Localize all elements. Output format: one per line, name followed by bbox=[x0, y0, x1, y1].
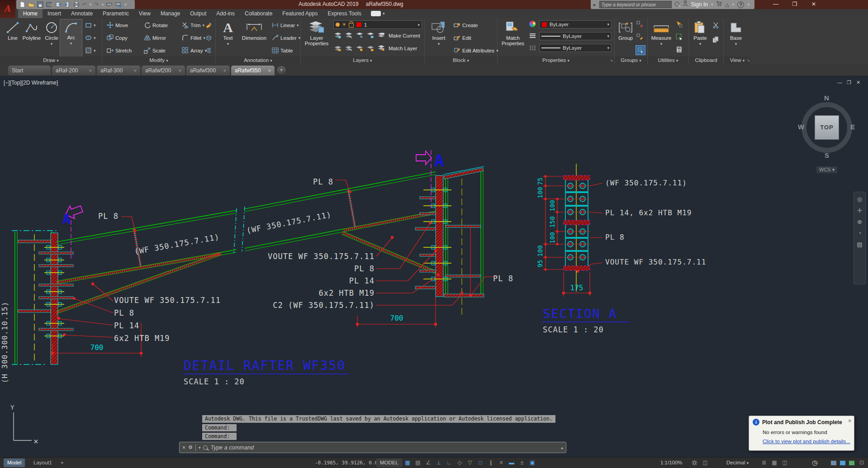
panel-label-draw[interactable]: Draw ▾ bbox=[0, 57, 102, 64]
sign-in-dropdown-icon[interactable]: ▾ bbox=[711, 0, 713, 9]
match-layer-button[interactable]: Match Layer bbox=[389, 46, 417, 51]
isodraft-icon[interactable]: ▽ bbox=[465, 459, 475, 467]
sign-in-button[interactable]: Sign In bbox=[691, 1, 708, 8]
tab-parametric[interactable]: Parametric bbox=[98, 9, 134, 18]
make-current-button[interactable]: Make Current bbox=[389, 33, 420, 38]
paste-dropdown-icon[interactable]: ▾ bbox=[699, 42, 702, 46]
qat-dropdown-icon[interactable]: ▾ bbox=[124, 1, 127, 8]
command-customize-icon[interactable]: ⚙ bbox=[188, 444, 193, 450]
layer-isolate-icon[interactable] bbox=[345, 33, 352, 38]
vp-close-icon[interactable]: ✕ bbox=[856, 80, 860, 85]
linear-dropdown-icon[interactable]: ▾ bbox=[297, 23, 299, 28]
viewcube-east[interactable]: E bbox=[850, 123, 855, 131]
panel-label-groups[interactable]: Groups ▾ bbox=[615, 57, 647, 64]
viewcube-top-face[interactable]: TOP bbox=[815, 115, 839, 140]
transparency-icon[interactable]: ▬ bbox=[507, 459, 517, 467]
panel-label-utilities[interactable]: Utilities ▾ bbox=[648, 57, 688, 64]
clean-screen-icon[interactable]: ⊡ bbox=[857, 459, 867, 467]
linear-button[interactable]: Linear▾ bbox=[272, 22, 299, 28]
layer-freeze-icon[interactable] bbox=[356, 33, 363, 38]
redo-dropdown-icon[interactable]: ▾ bbox=[102, 1, 104, 8]
leader-button[interactable]: Leader▾ bbox=[272, 34, 300, 41]
close-tab-icon[interactable]: × bbox=[134, 66, 137, 76]
restore-button[interactable]: ❐ bbox=[788, 0, 802, 9]
array-button[interactable]: Array▾ bbox=[182, 47, 207, 54]
save-icon[interactable] bbox=[37, 1, 43, 8]
color-dropdown-icon[interactable]: ▾ bbox=[607, 22, 609, 27]
export-icon[interactable] bbox=[55, 1, 62, 8]
new-layout-button[interactable]: + bbox=[57, 459, 67, 467]
calculator-button[interactable] bbox=[676, 46, 683, 53]
plot-icon[interactable] bbox=[106, 1, 113, 8]
camera-icon[interactable] bbox=[371, 11, 381, 16]
zoom-icon[interactable]: ⊕ bbox=[857, 218, 862, 225]
file-tab-arafwf200[interactable]: aRafwf200× bbox=[142, 66, 185, 76]
scale-button[interactable]: Scale bbox=[144, 47, 166, 54]
polar-tracking-icon[interactable]: ◇ bbox=[455, 459, 465, 467]
offset-button[interactable] bbox=[205, 47, 212, 54]
layer-unlock2-icon[interactable] bbox=[367, 45, 374, 51]
app-store-icon[interactable] bbox=[716, 0, 722, 9]
steering-wheel-icon[interactable]: ◎ bbox=[857, 196, 862, 203]
linetype-select[interactable]: ByLayer ▾ bbox=[539, 44, 612, 52]
lineweight-select[interactable]: ByLayer ▾ bbox=[539, 32, 612, 40]
dimension-button[interactable]: Dimension bbox=[239, 20, 269, 41]
minimize-button[interactable]: — bbox=[769, 0, 783, 9]
app-logo-icon[interactable]: A bbox=[0, 0, 15, 18]
layer-select[interactable]: ☀ 1 ▾ bbox=[333, 20, 422, 29]
arc-button[interactable]: Arc▾ bbox=[60, 19, 82, 57]
tab-insert[interactable]: Insert bbox=[43, 9, 66, 18]
trusted-autodesk-icon[interactable] bbox=[847, 459, 857, 467]
close-button[interactable]: ✕ bbox=[807, 0, 821, 9]
search-input[interactable] bbox=[599, 1, 672, 8]
trim-dropdown-icon[interactable]: ▾ bbox=[203, 23, 205, 28]
measure-dropdown-icon[interactable]: ▾ bbox=[660, 42, 663, 46]
open-file-icon[interactable] bbox=[28, 1, 34, 8]
batch-plot-icon[interactable] bbox=[115, 1, 122, 8]
tab-manage[interactable]: Manage bbox=[156, 9, 185, 18]
navigation-bar[interactable]: ◎ ✛ ⊕ ◔ ▤ bbox=[854, 192, 866, 284]
model-toggle-button[interactable]: MODEL bbox=[376, 459, 402, 467]
tab-addins[interactable]: Add-ins bbox=[211, 9, 240, 18]
new-tab-button[interactable]: + bbox=[277, 66, 286, 74]
tab-express-tools[interactable]: Express Tools bbox=[323, 9, 366, 18]
properties-expander-icon[interactable]: ↘ bbox=[609, 57, 613, 64]
linetype-dropdown-icon[interactable]: ▾ bbox=[607, 46, 609, 50]
edit-attributes-button[interactable]: Edit Attributes▾ bbox=[454, 47, 498, 54]
file-tab-arafwf300[interactable]: aRafwf300× bbox=[186, 66, 230, 76]
edit-block-button[interactable]: Edit bbox=[454, 34, 471, 41]
viewport-controls[interactable]: [−][Top][2D Wireframe] bbox=[4, 80, 58, 86]
vp-restore-icon[interactable]: ❐ bbox=[847, 80, 851, 85]
notification-close-icon[interactable]: × bbox=[848, 418, 851, 424]
file-tab-araf200[interactable]: aRaf-200× bbox=[52, 66, 95, 76]
layer-thaw2-icon[interactable] bbox=[356, 45, 363, 51]
close-tab-icon[interactable]: × bbox=[223, 66, 226, 76]
command-dock[interactable]: × ⚙ ▾ Type a command ▴ bbox=[179, 442, 566, 453]
showmotion-icon[interactable]: ▤ bbox=[857, 241, 862, 248]
quick-select-button[interactable] bbox=[676, 33, 683, 40]
workspace-gear-icon[interactable] bbox=[689, 459, 699, 467]
match-layer-icon[interactable] bbox=[378, 45, 385, 51]
tab-annotate[interactable]: Annotate bbox=[66, 9, 98, 18]
layer-on2-icon[interactable] bbox=[334, 45, 342, 51]
layer-select-dropdown-icon[interactable]: ▾ bbox=[417, 23, 420, 27]
plot-queue-icon[interactable] bbox=[838, 459, 848, 467]
tab-home[interactable]: Home bbox=[18, 9, 43, 18]
3d-osnap-icon[interactable]: ▣ bbox=[527, 459, 537, 467]
base-dropdown-icon[interactable]: ▾ bbox=[735, 42, 737, 46]
object-color-select[interactable]: ByLayer ▾ bbox=[539, 20, 612, 28]
ungroup-button[interactable] bbox=[636, 21, 643, 28]
tab-view[interactable]: View bbox=[134, 9, 156, 18]
copy-button[interactable]: Copy bbox=[107, 34, 128, 41]
grid-toggle-icon[interactable]: ▦ bbox=[403, 459, 413, 467]
tab-collaborate[interactable]: Collaborate bbox=[240, 9, 277, 18]
file-tab-start[interactable]: Start bbox=[8, 66, 51, 76]
group-edit-button[interactable] bbox=[636, 33, 643, 40]
ribbon-dropdown-icon[interactable]: ▾ bbox=[383, 9, 385, 18]
lineweight-dropdown-icon[interactable]: ▾ bbox=[607, 34, 609, 38]
panel-label-layers[interactable]: Layers ▾ bbox=[301, 57, 424, 64]
create-block-button[interactable]: Create bbox=[454, 22, 478, 28]
stretch-button[interactable]: Stretch bbox=[107, 47, 132, 54]
save-as-icon[interactable] bbox=[46, 1, 52, 8]
ortho-toggle-icon[interactable]: ∟ bbox=[444, 459, 454, 467]
